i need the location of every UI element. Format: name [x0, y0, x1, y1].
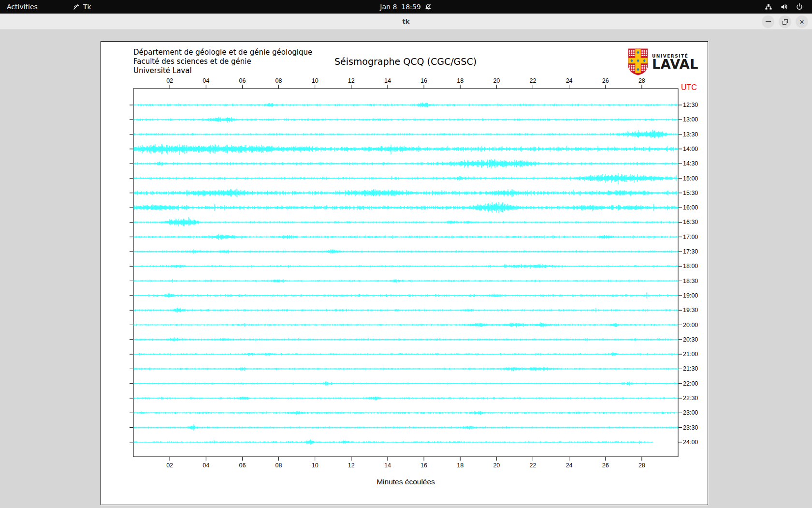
trace-row — [134, 424, 678, 431]
close-icon: ✕ — [799, 18, 805, 26]
trace-row — [134, 159, 678, 168]
row-time-label: 21:30 — [683, 365, 698, 372]
trace-row — [134, 202, 678, 213]
maximize-button[interactable] — [779, 15, 791, 28]
trace-row — [134, 217, 678, 227]
row-time-label: 19:00 — [683, 292, 698, 299]
trace-row — [134, 322, 678, 328]
window-title: tk — [403, 18, 410, 25]
trace-row — [134, 352, 678, 356]
row-time-label: 21:00 — [683, 351, 698, 358]
x-tick-label-top: 02 — [166, 77, 173, 84]
tk-window-background: Département de géologie et de génie géol… — [0, 30, 812, 508]
seismograph-canvas: Département de géologie et de génie géol… — [101, 41, 708, 505]
window-titlebar[interactable]: tk ✕ — [0, 14, 812, 30]
x-tick-label-top: 26 — [602, 77, 609, 84]
row-time-label: 22:30 — [683, 395, 698, 402]
trace-row — [134, 103, 678, 107]
x-tick-label-top: 10 — [312, 77, 319, 84]
trace-row — [134, 367, 678, 371]
system-status-area[interactable] — [765, 0, 812, 14]
helicorder-plot: 0202040406060808101012121414161618182020… — [101, 42, 708, 505]
trace-row — [134, 234, 678, 240]
trace-row — [134, 381, 678, 386]
trace-row — [134, 308, 678, 313]
focused-app-menu[interactable]: Tk — [72, 3, 91, 11]
trace-row — [134, 439, 652, 445]
x-tick-label-top: 24 — [566, 77, 573, 84]
x-tick-label-top: 04 — [203, 77, 209, 84]
tk-app-icon — [72, 3, 80, 11]
trace-row — [134, 264, 678, 269]
trace-row — [134, 293, 678, 299]
minimize-button[interactable] — [762, 15, 774, 28]
row-time-label: 16:00 — [683, 204, 698, 211]
row-time-label: 14:30 — [683, 160, 698, 167]
app-menu-label: Tk — [83, 3, 91, 11]
x-tick-label-top: 18 — [457, 77, 464, 84]
row-time-label: 18:30 — [683, 278, 698, 284]
x-tick-label-bottom: 10 — [312, 462, 319, 469]
x-tick-label-top: 16 — [420, 77, 427, 84]
row-time-label: 12:30 — [683, 102, 698, 108]
x-tick-label-bottom: 14 — [384, 462, 391, 469]
row-time-label: 24:00 — [683, 439, 698, 446]
x-axis-title: Minutes écoulées — [377, 478, 435, 486]
row-time-label: 20:00 — [683, 322, 698, 329]
x-tick-label-bottom: 28 — [638, 462, 645, 469]
activities-label: Activities — [7, 3, 38, 11]
clock-date: Jan 8 — [380, 3, 397, 11]
power-icon — [796, 3, 803, 11]
x-tick-label-bottom: 04 — [203, 462, 209, 469]
volume-icon — [780, 3, 788, 11]
row-time-label: 20:30 — [683, 336, 698, 343]
x-tick-label-bottom: 02 — [166, 462, 173, 469]
trace-row — [134, 144, 678, 155]
trace-row — [134, 279, 678, 283]
trace-row — [134, 411, 678, 415]
x-tick-label-top: 28 — [638, 77, 645, 84]
close-button[interactable]: ✕ — [796, 15, 808, 28]
row-time-label: 17:30 — [683, 248, 698, 255]
row-time-label: 15:30 — [683, 190, 698, 196]
row-time-label: 23:00 — [683, 409, 698, 416]
trace-row — [134, 249, 678, 254]
x-tick-label-top: 14 — [384, 77, 391, 84]
x-tick-label-bottom: 16 — [420, 462, 427, 469]
x-tick-label-bottom: 08 — [276, 462, 282, 469]
row-time-label: 19:30 — [683, 307, 698, 314]
row-time-label: 22:00 — [683, 380, 698, 387]
row-time-label: 23:30 — [683, 424, 698, 431]
gnome-top-bar: Activities Tk Jan 8 18:59 — [0, 0, 812, 14]
plot-border — [133, 89, 678, 457]
x-tick-label-bottom: 06 — [239, 462, 246, 469]
activities-button[interactable]: Activities — [0, 0, 44, 14]
utc-label: UTC — [681, 83, 697, 91]
x-tick-label-top: 20 — [493, 77, 500, 84]
wired-network-icon — [765, 3, 772, 11]
row-time-label: 17:00 — [683, 234, 698, 240]
row-time-label: 15:00 — [683, 175, 698, 182]
x-tick-label-bottom: 20 — [493, 462, 500, 469]
x-tick-label-top: 12 — [348, 77, 355, 84]
clock-time: 18:59 — [401, 3, 420, 11]
x-tick-label-bottom: 12 — [348, 462, 355, 469]
x-tick-label-top: 08 — [276, 77, 282, 84]
trace-row — [134, 173, 678, 184]
row-time-label: 13:30 — [683, 131, 698, 138]
minimize-icon — [766, 21, 771, 22]
x-tick-label-bottom: 24 — [566, 462, 573, 469]
clock-menu[interactable]: Jan 8 18:59 — [380, 0, 432, 14]
row-time-label: 16:30 — [683, 219, 698, 225]
trace-row — [134, 130, 678, 138]
x-tick-label-top: 22 — [530, 77, 536, 84]
trace-row — [134, 189, 678, 197]
x-tick-label-bottom: 26 — [602, 462, 609, 469]
x-tick-label-bottom: 22 — [530, 462, 536, 469]
restore-icon — [783, 19, 788, 25]
row-time-label: 13:00 — [683, 116, 698, 123]
row-time-label: 14:00 — [683, 146, 698, 152]
trace-row — [134, 397, 678, 401]
x-tick-label-bottom: 18 — [457, 462, 464, 469]
trace-row — [134, 337, 678, 341]
